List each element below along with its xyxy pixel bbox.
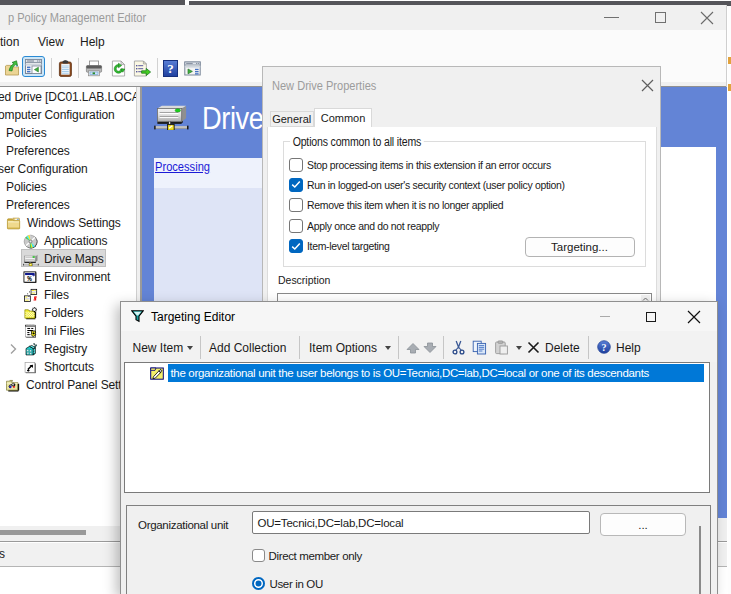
move-up-icon[interactable] [406,342,420,354]
menu-action[interactable]: tion [0,35,19,49]
gpme-menubar: tion View Help [0,30,726,55]
tree-item[interactable]: Files [23,286,69,304]
svg-text:?: ? [602,342,607,353]
toggle-console-tree-button[interactable] [22,56,45,77]
tree-scrollbar-thumb[interactable] [0,530,86,535]
print-icon[interactable] [85,60,103,77]
tree-item[interactable]: Preferences [6,196,70,214]
tree-item[interactable]: Ini Files [23,322,84,340]
organizational-unit-input[interactable]: OU=Tecnici,DC=lab,DC=local [252,511,591,534]
tab-general[interactable]: General [270,111,315,127]
tree-item[interactable]: omputer Configuration [0,106,115,124]
targeting-button[interactable]: Targeting... [525,237,635,257]
te-close-button[interactable] [679,304,709,329]
tree-item[interactable]: Control Panel Sett [5,376,122,394]
delete-button[interactable]: Delete [545,341,580,355]
checkbox-unchecked[interactable] [289,198,303,212]
option-label: Item-level targeting [307,240,390,252]
dialog-title: New Drive Properties [272,79,376,93]
tree-item[interactable]: Policies [6,124,47,142]
direct-member-only-checkbox[interactable] [252,549,265,562]
cd-icon [23,234,38,249]
refresh-icon[interactable] [110,60,127,77]
gpme-minimize-button[interactable] [596,5,626,30]
tree-item[interactable]: Preferences [6,142,70,160]
targeting-items-list[interactable]: the organizational unit the user belongs… [124,362,711,493]
tree-item[interactable]: Applications [23,232,108,250]
te-maximize-button[interactable] [637,304,665,329]
gpme-close-button[interactable] [692,5,722,30]
checkbox-unchecked[interactable] [289,158,303,172]
background-artifact [728,84,731,91]
gpme-titlebar[interactable]: p Policy Management Editor [0,5,726,30]
paste-icon[interactable] [494,340,509,355]
tree-item-label: Ini Files [44,324,84,338]
menu-view[interactable]: View [38,35,64,49]
checkbox-unchecked[interactable] [289,219,303,233]
cpanel-icon [5,378,20,393]
te-minimize-button[interactable] [591,304,619,329]
option-row: Item-level targeting [289,239,398,253]
gpme-maximize-button[interactable] [645,5,675,30]
cut-icon[interactable] [451,340,466,355]
tree-item-label: Policies [6,126,47,140]
tree-item-label: omputer Configuration [0,108,115,122]
option-label: Remove this item when it is no longer ap… [307,199,503,211]
tree-item-label: Files [44,288,69,302]
processing-link[interactable]: Processing [155,160,210,174]
selected-targeting-item[interactable]: the organizational unit the user belongs… [168,364,704,382]
tree-item[interactable]: Shortcuts [23,358,94,376]
tree-item[interactable]: Environment [23,268,110,286]
delete-x-icon [527,341,540,354]
minimize-icon [600,316,610,317]
console-tree-panel: ed Drive [DC01.LAB.LOCAomputer Configura… [0,87,136,526]
paste-options-chevron-icon[interactable] [516,346,522,350]
tab-common[interactable]: Common [314,108,372,128]
browse-button[interactable]: ... [600,513,686,536]
close-icon [641,79,654,92]
tree-item[interactable]: Drive Maps [23,250,104,268]
item-options-button[interactable]: Item Options [309,341,377,355]
drive-icon [23,254,39,266]
export-list-icon[interactable] [133,60,152,77]
new-window-icon[interactable] [184,60,201,77]
new-drive-properties-dialog: New Drive Properties General Common Opti… [262,66,661,326]
user-in-ou-radio[interactable] [252,577,265,590]
files-icon [23,288,38,303]
checkbox-checked[interactable] [289,178,303,192]
tree-item[interactable]: ed Drive [DC01.LAB.LOCA [0,88,136,106]
help-button[interactable]: Help [616,341,641,355]
tree-item-label: Shortcuts [44,360,94,374]
toolbar-separator [588,336,589,359]
copy-icon[interactable] [472,340,487,355]
add-collection-button[interactable]: Add Collection [209,341,286,355]
radio-label: User in OU [270,578,323,590]
minimize-icon [604,17,619,18]
menu-help[interactable]: Help [80,35,105,49]
te-titlebar[interactable]: Targeting Editor [121,302,717,331]
tree-item-label: Folders [44,306,83,320]
up-one-level-icon[interactable] [3,60,23,77]
folders-icon [23,306,38,321]
tree-item[interactable]: Windows Settings [6,214,121,232]
tree-item-label: Environment [44,270,110,284]
new-item-button[interactable]: New Item [133,341,184,355]
help-icon[interactable]: ? [163,60,178,77]
tree-item[interactable]: ser Configuration [0,160,88,178]
groupbox-label: Options common to all items [290,135,424,149]
move-down-icon[interactable] [423,342,437,354]
clipboard-icon[interactable] [57,60,74,77]
option-label: Stop processing items in this extension … [307,159,551,171]
tree-item[interactable]: Registry [23,340,87,358]
tree-item[interactable]: Folders [23,304,83,322]
tree-item-label: Windows Settings [27,216,121,230]
option-label: Run in logged-on user's security context… [307,179,565,191]
toolbar-separator [443,336,444,359]
panel-scrollbar-thumb[interactable] [699,526,702,594]
tree-item-label: ed Drive [DC01.LAB.LOCA [0,90,136,104]
checkbox-checked[interactable] [289,239,303,253]
tree-item[interactable]: Policies [6,178,47,196]
chevron-right-icon[interactable] [6,342,20,356]
env-icon [23,270,38,285]
dialog-close-button[interactable] [638,77,658,93]
